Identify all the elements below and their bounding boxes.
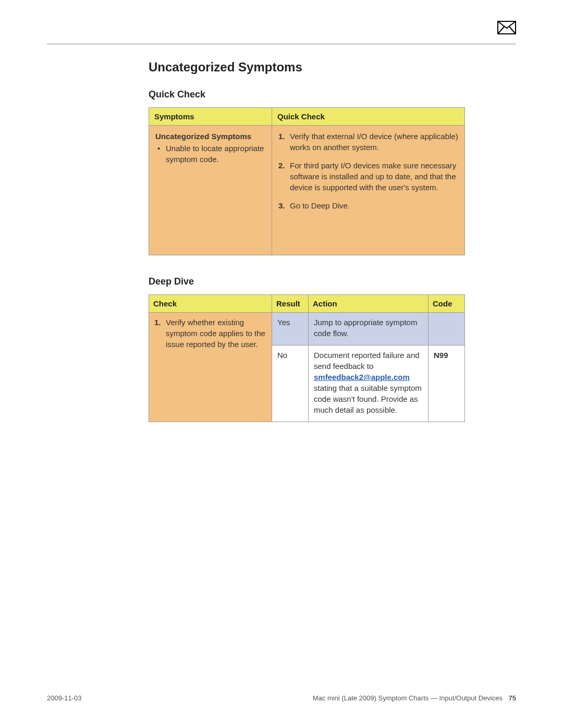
- qc-step-2: 2.For third party I/O devices make sure …: [278, 160, 458, 193]
- dd-action-yes: Jump to appropriate symptom code flow.: [309, 313, 429, 346]
- dd-header-code: Code: [429, 295, 465, 313]
- dd-code-yes: [429, 313, 465, 346]
- qc-symptom-bullet: Unable to locate appropriate symptom cod…: [156, 143, 265, 165]
- qc-step-3: 3.Go to Deep Dive.: [278, 200, 458, 211]
- mail-icon[interactable]: [497, 21, 516, 34]
- quick-check-table: Symptoms Quick Check Uncategorized Sympt…: [149, 107, 465, 255]
- dd-check-cell: 1. Verify whether existing symptom code …: [149, 313, 272, 422]
- page-footer: 2009-11-03 Mac mini (Late 2009) Symptom …: [47, 694, 516, 702]
- dd-header-action: Action: [309, 295, 429, 313]
- deep-dive-heading: Deep Dive: [149, 276, 516, 287]
- qc-header-quickcheck: Quick Check: [272, 108, 465, 126]
- footer-doc-title: Mac mini (Late 2009) Symptom Charts — In…: [313, 694, 503, 702]
- dd-check-text: Verify whether existing symptom code app…: [166, 318, 265, 349]
- dd-result-yes: Yes: [272, 313, 309, 346]
- dd-action-no: Document reported failure and send feedb…: [309, 346, 429, 422]
- qc-steps-cell: 1.Verify that external I/O device (where…: [272, 126, 465, 255]
- page-heading: Uncategorized Symptoms: [149, 60, 516, 75]
- footer-date: 2009-11-03: [47, 694, 82, 702]
- dd-code-no: N99: [429, 346, 465, 422]
- quick-check-heading: Quick Check: [149, 89, 516, 100]
- dd-header-check: Check: [149, 295, 272, 313]
- dd-result-no: No: [272, 346, 309, 422]
- feedback-email-link[interactable]: smfeedback2@apple.com: [314, 373, 410, 381]
- qc-symptoms-title: Uncategorized Symptoms: [155, 131, 265, 142]
- deep-dive-table: Check Result Action Code 1. Verify wheth…: [149, 294, 465, 422]
- dd-header-result: Result: [272, 295, 309, 313]
- qc-symptoms-cell: Uncategorized Symptoms Unable to locate …: [149, 126, 272, 255]
- qc-step-1: 1.Verify that external I/O device (where…: [278, 131, 458, 153]
- footer-page-number: 75: [509, 694, 516, 702]
- header-rule: [47, 44, 516, 44]
- qc-header-symptoms: Symptoms: [149, 108, 272, 126]
